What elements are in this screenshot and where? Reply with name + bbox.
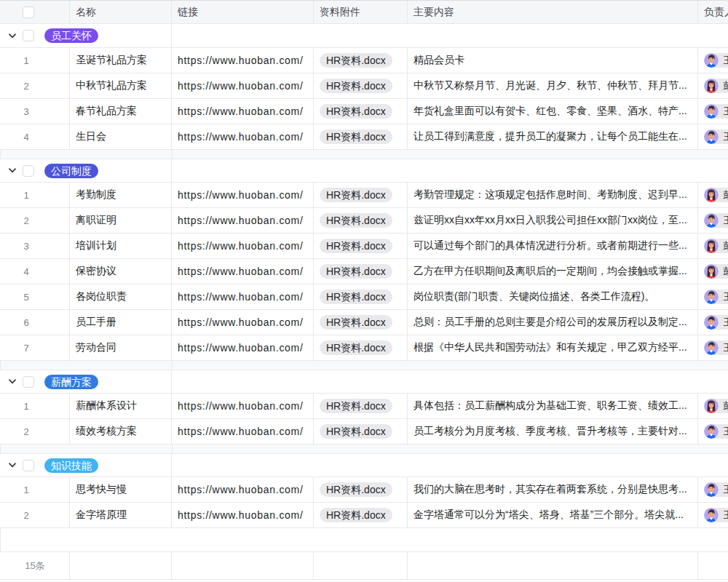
attachment-cell[interactable]: HR资料.docx <box>314 335 408 360</box>
name-cell[interactable]: 员工手册 <box>70 310 172 335</box>
row-number-cell[interactable]: 1 <box>0 183 70 207</box>
owner-cell[interactable]: 王大雷 <box>698 419 728 444</box>
group-header-row[interactable]: 公司制度 <box>0 159 728 183</box>
record-link[interactable]: https://www.huoban.com/ <box>178 131 304 143</box>
person-chip[interactable]: 王大雷 <box>704 315 728 330</box>
content-cell[interactable]: 我们的大脑在思考时，其实存在着两套系统，分别是快思考... <box>408 477 698 502</box>
table-row[interactable]: 1 圣诞节礼品方案 https://www.huoban.com/ HR资料.d… <box>0 48 728 73</box>
attachment-chip[interactable]: HR资料.docx <box>320 104 392 119</box>
content-cell[interactable]: 岗位职责(部门职责、关键岗位描述、各类工作流程)。 <box>408 284 698 309</box>
attachment-cell[interactable]: HR资料.docx <box>314 259 408 284</box>
row-number-cell[interactable]: 2 <box>0 503 70 527</box>
group-checkbox[interactable] <box>23 376 34 388</box>
attachment-cell[interactable]: HR资料.docx <box>314 310 408 335</box>
owner-cell[interactable]: 王大雷 <box>698 503 728 527</box>
attachment-cell[interactable]: HR资料.docx <box>314 208 408 233</box>
link-cell[interactable]: https://www.huoban.com/ <box>172 394 314 418</box>
column-header-content[interactable]: 主要内容 <box>408 1 698 23</box>
chevron-down-icon[interactable] <box>9 378 16 386</box>
attachment-chip[interactable]: HR资料.docx <box>320 290 392 304</box>
table-row[interactable]: 7 劳动合同 https://www.huoban.com/ HR资料.docx… <box>0 335 728 361</box>
link-cell[interactable]: https://www.huoban.com/ <box>172 99 314 124</box>
name-cell[interactable]: 金字塔原理 <box>70 503 172 527</box>
name-cell[interactable]: 生日会 <box>70 124 172 149</box>
row-number-cell[interactable]: 2 <box>0 419 70 444</box>
name-cell[interactable]: 思考快与慢 <box>70 477 172 502</box>
link-cell[interactable]: https://www.huoban.com/ <box>172 259 314 284</box>
content-cell[interactable]: 精品会员卡 <box>408 48 698 73</box>
person-chip[interactable]: 彭晓燕 <box>704 239 728 253</box>
link-cell[interactable]: https://www.huoban.com/ <box>172 335 314 360</box>
owner-cell[interactable]: 王大雷 <box>698 208 728 233</box>
content-cell[interactable]: 员工考核分为月度考核、季度考核、晋升考核等，主要针对... <box>408 419 698 444</box>
attachment-chip[interactable]: HR资料.docx <box>320 53 392 68</box>
name-cell[interactable]: 薪酬体系设计 <box>70 394 172 418</box>
content-cell[interactable]: 具体包括：员工薪酬构成分为基础工资、职务工资、绩效工... <box>408 394 698 418</box>
person-chip[interactable]: 彭晓燕 <box>704 399 728 413</box>
record-link[interactable]: https://www.huoban.com/ <box>178 484 304 495</box>
content-cell[interactable]: 年货礼盒里面可以有贺卡、红包、零食、坚果、酒水、特产... <box>408 99 698 124</box>
column-header-link[interactable]: 链接 <box>172 1 314 23</box>
chevron-down-icon[interactable] <box>9 462 16 469</box>
name-cell[interactable]: 各岗位职责 <box>70 284 172 309</box>
content-cell[interactable]: 可以通过每个部门的具体情况进行分析。或者前期进行一些... <box>408 234 698 258</box>
record-link[interactable]: https://www.huoban.com/ <box>178 400 304 412</box>
content-cell[interactable]: 中秋节又称祭月节、月光诞、月夕、秋节、仲秋节、拜月节... <box>408 73 698 98</box>
record-link[interactable]: https://www.huoban.com/ <box>178 80 304 92</box>
link-cell[interactable]: https://www.huoban.com/ <box>172 183 314 207</box>
record-link[interactable]: https://www.huoban.com/ <box>178 240 304 252</box>
person-chip[interactable]: 彭晓燕 <box>704 79 728 93</box>
row-number-cell[interactable]: 7 <box>0 335 70 360</box>
table-row[interactable]: 6 员工手册 https://www.huoban.com/ HR资料.docx… <box>0 310 728 335</box>
name-cell[interactable]: 春节礼品方案 <box>70 99 172 124</box>
table-row[interactable]: 1 思考快与慢 https://www.huoban.com/ HR资料.doc… <box>0 477 728 503</box>
person-chip[interactable]: 彭晓燕 <box>704 264 728 279</box>
record-link[interactable]: https://www.huoban.com/ <box>178 426 304 437</box>
row-number-cell[interactable]: 1 <box>0 48 70 73</box>
record-link[interactable]: https://www.huoban.com/ <box>178 342 304 354</box>
content-cell[interactable]: 乙方在甲方任职期间及离职后的一定期间，均会接触或掌握... <box>408 259 698 284</box>
table-row[interactable]: 3 春节礼品方案 https://www.huoban.com/ HR资料.do… <box>0 99 728 124</box>
chevron-down-icon[interactable] <box>9 32 16 39</box>
summary-cell[interactable] <box>314 552 408 579</box>
row-number-cell[interactable]: 1 <box>0 394 70 418</box>
link-cell[interactable]: https://www.huoban.com/ <box>172 208 314 233</box>
group-checkbox[interactable] <box>23 460 34 471</box>
person-chip[interactable]: 王大雷 <box>704 129 728 144</box>
person-chip[interactable]: 彭晓燕 <box>704 188 728 202</box>
summary-cell[interactable] <box>698 552 728 579</box>
attachment-cell[interactable]: HR资料.docx <box>314 48 408 73</box>
column-header-name[interactable]: 名称 <box>70 1 172 23</box>
attachment-chip[interactable]: HR资料.docx <box>320 79 392 93</box>
row-number-cell[interactable]: 2 <box>0 73 70 98</box>
attachment-cell[interactable]: HR资料.docx <box>314 99 408 124</box>
attachment-cell[interactable]: HR资料.docx <box>314 503 408 527</box>
attachment-cell[interactable]: HR资料.docx <box>314 234 408 258</box>
person-chip[interactable]: 王大雷 <box>704 53 728 68</box>
link-cell[interactable]: https://www.huoban.com/ <box>172 503 314 527</box>
attachment-cell[interactable]: HR资料.docx <box>314 73 408 98</box>
row-number-cell[interactable]: 6 <box>0 310 70 335</box>
attachment-cell[interactable]: HR资料.docx <box>314 284 408 309</box>
record-link[interactable]: https://www.huoban.com/ <box>178 291 304 303</box>
attachment-chip[interactable]: HR资料.docx <box>320 482 392 497</box>
owner-cell[interactable]: 彭晓燕 <box>698 183 728 207</box>
owner-cell[interactable]: 王大雷 <box>698 477 728 502</box>
person-chip[interactable]: 王大雷 <box>704 104 728 119</box>
table-row[interactable]: 1 考勤制度 https://www.huoban.com/ HR资料.docx… <box>0 183 728 208</box>
row-number-cell[interactable]: 2 <box>0 208 70 233</box>
owner-cell[interactable]: 王大雷 <box>698 99 728 124</box>
owner-cell[interactable]: 彭晓燕 <box>698 234 728 258</box>
content-cell[interactable]: 考勤管理规定：这项规定包括作息时间、考勤制度、迟到早... <box>408 183 698 207</box>
table-row[interactable]: 5 各岗位职责 https://www.huoban.com/ HR资料.doc… <box>0 284 728 310</box>
name-cell[interactable]: 绩效考核方案 <box>70 419 172 444</box>
attachment-chip[interactable]: HR资料.docx <box>320 213 392 228</box>
content-cell[interactable]: 总则：员工手册的总则主要是介绍公司的发展历程以及制定... <box>408 310 698 335</box>
owner-cell[interactable]: 彭晓燕 <box>698 394 728 418</box>
attachment-chip[interactable]: HR资料.docx <box>320 315 392 330</box>
table-row[interactable]: 4 保密协议 https://www.huoban.com/ HR资料.docx… <box>0 259 728 284</box>
name-cell[interactable]: 保密协议 <box>70 259 172 284</box>
link-cell[interactable]: https://www.huoban.com/ <box>172 477 314 502</box>
attachment-chip[interactable]: HR资料.docx <box>320 508 392 522</box>
select-all-checkbox[interactable] <box>23 7 34 18</box>
